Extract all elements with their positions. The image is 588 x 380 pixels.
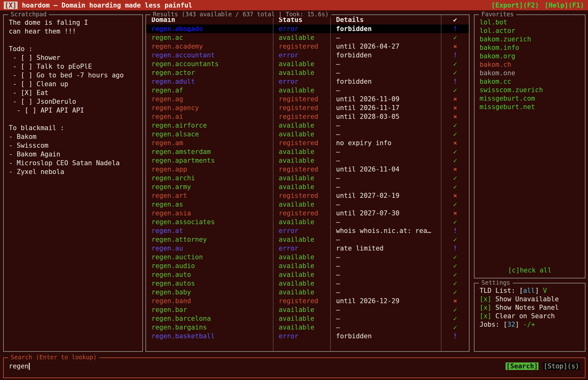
jobs-bracket: ] — [515, 321, 523, 328]
table-row[interactable]: regen.abogado error forbidden ! — [146, 24, 469, 33]
scratchpad-textarea[interactable]: The dome is faling Ican hear them !!!Tod… — [4, 15, 142, 179]
cell-status: available — [273, 253, 330, 261]
cell-status-mark-icon: ✓ — [441, 279, 469, 288]
table-row[interactable]: regen.accountants available – ✓ — [146, 60, 469, 68]
cell-domain: regen.actor — [146, 68, 273, 77]
cell-status-mark-icon: × — [441, 103, 469, 112]
table-row[interactable]: regen.apartments available – ✓ — [146, 156, 469, 165]
scratchpad-line: - [ ] API API API — [9, 106, 137, 115]
table-row[interactable]: regen.ai registered until 2028-03-05 × — [146, 112, 469, 121]
favorite-item[interactable]: missgeburt.com — [480, 94, 580, 103]
close-button[interactable]: [X] — [4, 2, 18, 9]
table-row[interactable]: regen.amsterdam available – ✓ — [146, 147, 469, 156]
tld-list-label: TLD List: [ — [480, 287, 523, 294]
cell-details: until 2027-07-30 — [330, 209, 441, 218]
table-row[interactable]: regen.at error whois whois.nic.at: rea… … — [146, 226, 469, 235]
cell-domain: regen.attorney — [146, 235, 273, 244]
table-row[interactable]: regen.attorney available – ✓ — [146, 235, 469, 244]
cell-details: forbidden — [330, 332, 441, 340]
table-row[interactable]: regen.autos available – ✓ — [146, 279, 469, 288]
table-row[interactable]: regen.ag registered until 2026-11-09 × — [146, 95, 469, 103]
table-row[interactable]: regen.baby available – ✓ — [146, 288, 469, 297]
table-row[interactable]: regen.audio available – ✓ — [146, 261, 469, 270]
cell-status-mark-icon: × — [441, 209, 469, 218]
favorite-item[interactable]: bakom.ch — [480, 61, 580, 69]
scratchpad-line: - [ ] Clean up — [9, 80, 137, 88]
cell-status-mark-icon: ✓ — [441, 182, 469, 191]
table-row[interactable]: regen.band registered until 2026-12-29 × — [146, 297, 469, 305]
table-row[interactable]: regen.adult error forbidden ! — [146, 77, 469, 86]
cell-status-mark-icon: ! — [441, 244, 469, 253]
table-row[interactable]: regen.accountant error forbidden ! — [146, 51, 469, 60]
cell-details: until 2028-03-05 — [330, 112, 441, 121]
cell-domain: regen.ag — [146, 95, 273, 103]
scratchpad-line: - Swisscom — [9, 141, 137, 150]
cell-domain: regen.apartments — [146, 156, 273, 165]
cell-domain: regen.amsterdam — [146, 147, 273, 156]
table-row[interactable]: regen.ac available – ✓ — [146, 33, 469, 42]
table-row[interactable]: regen.am registered no expiry info × — [146, 139, 469, 147]
search-button[interactable]: [Search] — [506, 362, 538, 370]
favorite-item[interactable]: lol.actor — [480, 27, 580, 35]
cell-status-mark-icon: ✓ — [441, 33, 469, 42]
favorite-item[interactable]: bakom.zuerich — [480, 35, 580, 44]
table-row[interactable]: regen.as available – ✓ — [146, 200, 469, 209]
table-row[interactable]: regen.agency registered until 2026-11-17… — [146, 103, 469, 112]
table-row[interactable]: regen.af available – ✓ — [146, 86, 469, 95]
favorite-item[interactable]: lol.bot — [480, 18, 580, 27]
table-row[interactable]: regen.army available – ✓ — [146, 182, 469, 191]
table-row[interactable]: regen.basketball error forbidden ! — [146, 332, 469, 340]
scratchpad-line: The dome is faling I — [9, 18, 137, 27]
jobs-decrement-increment-buttons[interactable]: -/+ — [523, 321, 535, 328]
cell-domain: regen.band — [146, 297, 273, 305]
cell-status-mark-icon: ! — [441, 332, 469, 340]
table-row[interactable]: regen.bargains available – ✓ — [146, 323, 469, 332]
favorite-item[interactable]: swisscom.zuerich — [480, 86, 580, 94]
table-row[interactable]: regen.barcelona available – ✓ — [146, 314, 469, 323]
cell-status-mark-icon: ✓ — [441, 235, 469, 244]
check-all-button[interactable]: [c]heck all — [475, 267, 585, 274]
table-row[interactable]: regen.auction available – ✓ — [146, 253, 469, 261]
table-row[interactable]: regen.airforce available – ✓ — [146, 121, 469, 130]
favorite-item[interactable]: missgeburt.net — [480, 103, 580, 111]
favorite-item[interactable]: bakom.org — [480, 52, 580, 61]
cell-status: error — [273, 77, 330, 86]
cell-details: until 2026-04-27 — [330, 42, 441, 51]
app-title: hoardom — Domain hoarding made less pain… — [22, 2, 192, 9]
favorite-item[interactable]: bakom.one — [480, 69, 580, 77]
export-button[interactable]: [Export](F2) — [491, 2, 539, 9]
table-row[interactable]: regen.asia registered until 2027-07-30 × — [146, 209, 469, 218]
scratchpad-line: To blackmail : — [9, 124, 137, 132]
settings-checkbox[interactable]: [x] Show Unavailable — [480, 295, 580, 303]
settings-checkbox[interactable]: [x] Show Notes Panel — [480, 303, 580, 312]
table-row[interactable]: regen.app registered until 2026-11-04 × — [146, 165, 469, 174]
stop-button[interactable]: [Stop](s) — [543, 362, 580, 370]
cell-domain: regen.as — [146, 200, 273, 209]
search-input[interactable]: regen — [9, 362, 30, 370]
text-cursor — [29, 363, 30, 370]
cell-details: – — [330, 182, 441, 191]
cell-status-mark-icon: ✓ — [441, 323, 469, 332]
cell-details: until 2026-11-17 — [330, 103, 441, 112]
table-row[interactable]: regen.bar available – ✓ — [146, 305, 469, 314]
cell-status-mark-icon: ! — [441, 51, 469, 60]
cell-status: registered — [273, 297, 330, 305]
cell-status: available — [273, 305, 330, 314]
table-row[interactable]: regen.auto available – ✓ — [146, 270, 469, 279]
cell-status: registered — [273, 103, 330, 112]
tld-list-select[interactable]: TLD List: [all] V — [480, 287, 580, 295]
table-row[interactable]: regen.alsace available – ✓ — [146, 130, 469, 139]
favorite-item[interactable]: bakom.info — [480, 44, 580, 52]
results-panel: Results (343 available / 637 total | Too… — [145, 14, 470, 352]
table-row[interactable]: regen.art registered until 2027-02-19 × — [146, 191, 469, 200]
tld-dropdown-arrow-icon[interactable]: V — [543, 287, 547, 294]
help-button[interactable]: [Help](F1) — [545, 2, 584, 9]
settings-checkbox[interactable]: [x] Clear on Search — [480, 312, 580, 320]
table-row[interactable]: regen.archi available – ✓ — [146, 174, 469, 182]
cell-status: available — [273, 235, 330, 244]
table-row[interactable]: regen.actor available – ✓ — [146, 68, 469, 77]
table-row[interactable]: regen.associates available – ✓ — [146, 218, 469, 226]
table-row[interactable]: regen.au error rate limited ! — [146, 244, 469, 253]
favorite-item[interactable]: bakom.cc — [480, 77, 580, 86]
table-row[interactable]: regen.academy registered until 2026-04-2… — [146, 42, 469, 51]
